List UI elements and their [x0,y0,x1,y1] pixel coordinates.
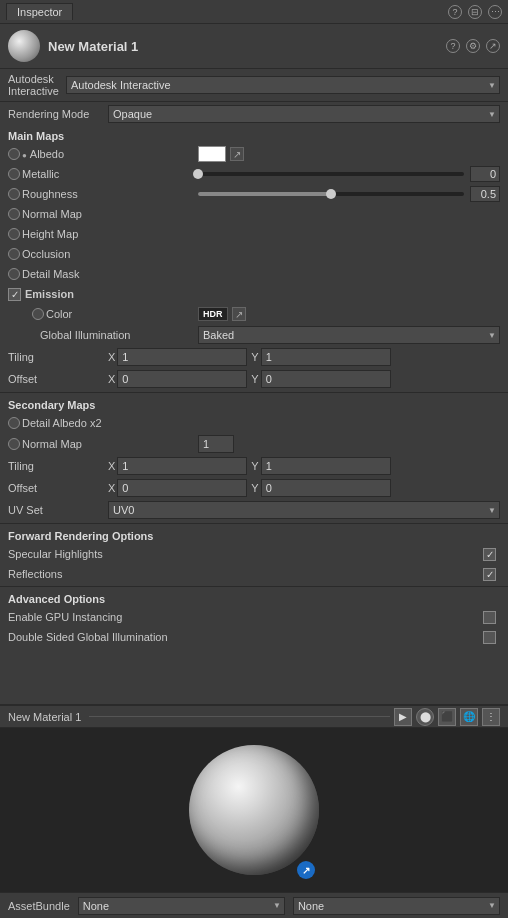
metallic-slider-group: 0 [198,166,500,182]
asset-bundle-variant-dropdown[interactable]: None [293,897,500,915]
shader-dropdown[interactable]: Autodesk Interactive [66,76,500,94]
settings-material-icon[interactable]: ⚙ [466,39,480,53]
rendering-mode-label: Rendering Mode [8,108,108,120]
rendering-mode-dropdown-wrapper[interactable]: Opaque ▼ [108,105,500,123]
preview-icons: ▶ ⬤ ⬛ 🌐 ⋮ [394,708,500,726]
asset-bundle-variant-wrapper[interactable]: None ▼ [293,897,500,915]
divider-1 [0,392,508,393]
offset2-x-field[interactable] [117,479,247,497]
normalmap-label: Normal Map [22,208,122,220]
normalmap-circle-icon [8,208,20,220]
offset2-y-field[interactable] [261,479,391,497]
properties-scroll[interactable]: Rendering Mode Opaque ▼ Main Maps Albedo… [0,102,508,742]
emission-label: Emission [25,288,125,300]
shader-label: Autodesk Interactive [8,73,58,97]
detail-albedo-label-group: Detail Albedo x2 [8,417,198,429]
lock-icon[interactable]: ⊟ [468,5,482,19]
uvset-dropdown-wrapper[interactable]: UV0 ▼ [108,501,500,519]
double-sided-gi-checkbox[interactable] [483,631,496,644]
roughness-value[interactable]: 0.5 [470,186,500,202]
detail-albedo-row: Detail Albedo x2 [0,413,508,433]
specular-label: Specular Highlights [8,548,483,560]
offset2-xy-fields: X Y [108,479,500,497]
albedo-label: Albedo [22,148,122,160]
tiling-y-field[interactable] [261,348,391,366]
roughness-slider-group: 0.5 [198,186,500,202]
offset2-y-group: Y [251,479,390,497]
offset2-y-label: Y [251,482,258,494]
hdr-button[interactable]: HDR [198,307,228,321]
help-material-icon[interactable]: ? [446,39,460,53]
inspector-tab[interactable]: Inspector [6,3,73,20]
expand-material-icon[interactable]: ↗ [486,39,500,53]
gi-dropdown-wrapper[interactable]: Baked ▼ [198,326,500,344]
uvset-dropdown[interactable]: UV0 [108,501,500,519]
offset-x-group: X [108,370,247,388]
shader-dropdown-wrapper[interactable]: Autodesk Interactive ▼ [66,76,500,94]
asset-bundle-dropdown-wrapper[interactable]: None ▼ [78,897,285,915]
roughness-row: Roughness 0.5 [0,184,508,204]
secondary-normalmap-icon [8,438,20,450]
gpu-instancing-checkbox[interactable] [483,611,496,624]
tiling2-x-label: X [108,460,115,472]
detail-albedo-circle-icon [8,417,20,429]
secondary-normalmap-field[interactable] [198,435,234,453]
emission-pick-icon[interactable]: ↗ [232,307,246,321]
tiling-y-group: Y [251,348,390,366]
albedo-value: ↗ [198,146,500,162]
preview-name: New Material 1 [8,711,81,723]
specular-row: Specular Highlights [0,544,508,564]
preview-more-btn[interactable]: ⋮ [482,708,500,726]
uvset-label: UV Set [8,504,108,516]
occlusion-label: Occlusion [22,248,122,260]
albedo-circle-icon [8,148,20,160]
detail-albedo-label: Detail Albedo x2 [22,417,122,429]
albedo-pick-icon[interactable]: ↗ [230,147,244,161]
preview-cube-btn[interactable]: ⬛ [438,708,456,726]
metallic-row: Metallic 0 [0,164,508,184]
inspector-tab-label: Inspector [17,6,62,18]
asset-bundle-label: AssetBundle [8,900,70,912]
preview-play-btn[interactable]: ▶ [394,708,412,726]
gi-dropdown[interactable]: Baked [198,326,500,344]
secondary-normalmap-label-group: Normal Map [8,438,198,450]
occlusion-label-group: Occlusion [8,248,198,260]
rendering-mode-dropdown[interactable]: Opaque [108,105,500,123]
rendering-mode-row: Rendering Mode Opaque ▼ [0,102,508,126]
asset-bundle-bar: AssetBundle None ▼ None ▼ [0,892,508,918]
offset-x-label: X [108,373,115,385]
roughness-slider-track[interactable] [198,192,464,196]
tiling-x-group: X [108,348,247,366]
metallic-circle-icon [8,168,20,180]
tiling2-y-group: Y [251,457,390,475]
more-icon[interactable]: ⋯ [488,5,502,19]
secondary-maps-header: Secondary Maps [0,395,508,413]
tiling-x-field[interactable] [117,348,247,366]
help-icon[interactable]: ? [448,5,462,19]
specular-checkbox[interactable] [483,548,496,561]
asset-bundle-dropdown[interactable]: None [78,897,285,915]
normalmap-row: Normal Map [0,204,508,224]
offset2-x-label: X [108,482,115,494]
reflections-checkbox[interactable] [483,568,496,581]
metallic-label-group: Metallic [8,168,198,180]
preview-interact-icon: ↗ [302,865,310,876]
double-sided-gi-row: Double Sided Global Illumination [0,627,508,647]
offset-y-field[interactable] [261,370,391,388]
offset-y-group: Y [251,370,390,388]
roughness-fill [198,192,331,196]
preview-interact-btn[interactable]: ↗ [297,861,315,879]
tiling-y-label: Y [251,351,258,363]
tiling2-x-field[interactable] [117,457,247,475]
tiling2-y-field[interactable] [261,457,391,475]
offset-row: Offset X Y [0,368,508,390]
albedo-color-swatch[interactable] [198,146,226,162]
gpu-instancing-row: Enable GPU Instancing [0,607,508,627]
advanced-options-label: Advanced Options [8,593,105,605]
emission-checkbox[interactable] [8,288,21,301]
metallic-value[interactable]: 0 [470,166,500,182]
metallic-slider-track[interactable] [198,172,464,176]
preview-mode-btn[interactable]: 🌐 [460,708,478,726]
preview-sphere-btn[interactable]: ⬤ [416,708,434,726]
offset-x-field[interactable] [117,370,247,388]
